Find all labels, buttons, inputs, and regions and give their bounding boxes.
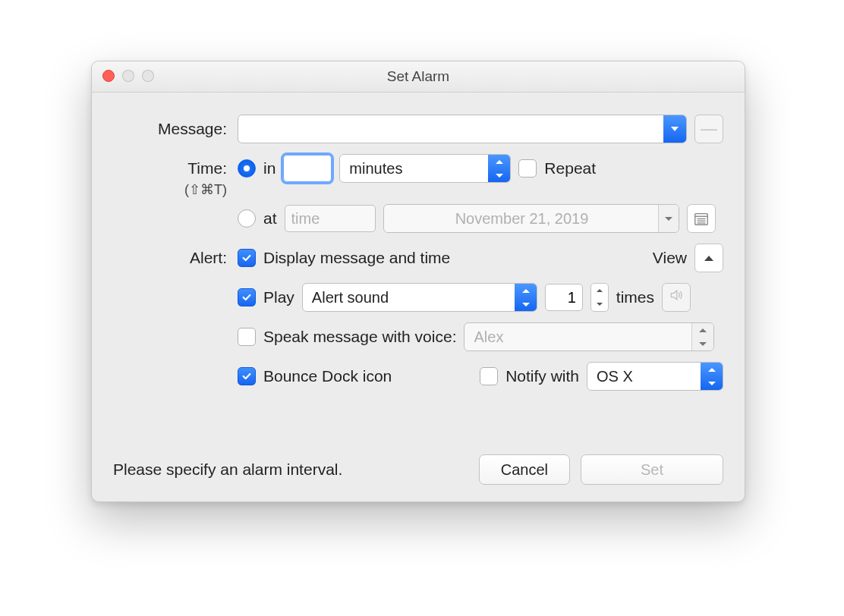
chevron-down-icon	[659, 205, 679, 232]
calendar-button[interactable]	[687, 204, 716, 233]
zoom-window-button[interactable]	[142, 70, 154, 82]
message-label: Message:	[113, 120, 238, 138]
chevron-down-icon	[671, 127, 679, 131]
bounce-dock-label: Bounce Dock icon	[263, 367, 392, 385]
speak-checkbox[interactable]	[238, 328, 256, 346]
bounce-dock-checkbox[interactable]	[238, 367, 256, 385]
interval-unit-popup[interactable]: minutes	[339, 154, 511, 183]
notify-checkbox[interactable]	[480, 367, 498, 385]
at-time-input[interactable]	[285, 205, 376, 232]
interval-unit-value: minutes	[349, 160, 402, 178]
chevron-down-icon	[489, 168, 510, 182]
set-alarm-window: Set Alarm Message: — Time:	[91, 61, 745, 502]
close-window-button[interactable]	[102, 70, 115, 82]
chevron-down-icon	[701, 376, 723, 390]
chevron-up-icon	[489, 155, 510, 168]
display-message-label: Display message and time	[263, 249, 450, 267]
view-toggle-button[interactable]	[694, 244, 723, 272]
chevron-up-icon	[704, 256, 713, 261]
play-count-input[interactable]	[545, 284, 583, 311]
message-combo[interactable]	[238, 115, 687, 143]
cancel-button[interactable]: Cancel	[479, 454, 570, 485]
play-checkbox[interactable]	[238, 288, 256, 306]
chevron-up-icon	[515, 284, 537, 297]
minimize-window-button[interactable]	[122, 70, 134, 82]
message-dropdown-toggle[interactable]	[663, 115, 686, 143]
in-label: in	[263, 159, 276, 178]
time-label: Time:	[113, 159, 238, 178]
time-in-radio[interactable]	[238, 159, 256, 178]
minus-icon: —	[701, 119, 717, 139]
at-date-value: November 21, 2019	[393, 210, 651, 228]
remove-message-button[interactable]: —	[694, 115, 723, 143]
message-input[interactable]	[238, 115, 663, 143]
times-label: times	[616, 288, 654, 306]
stepper-down-icon	[591, 297, 608, 311]
chevron-up-icon	[692, 323, 713, 337]
view-label: View	[653, 249, 687, 267]
window-controls	[102, 70, 154, 82]
chevron-down-icon	[692, 337, 713, 350]
play-label: Play	[263, 288, 294, 306]
status-text: Please specify an alarm interval.	[113, 460, 342, 479]
calendar-icon	[693, 210, 710, 227]
dialog-content: Message: — Time: in	[92, 92, 745, 501]
time-at-radio[interactable]	[238, 209, 256, 228]
window-title: Set Alarm	[387, 68, 449, 84]
at-date-popup[interactable]: November 21, 2019	[383, 204, 679, 233]
repeat-checkbox[interactable]	[518, 159, 537, 178]
repeat-label: Repeat	[544, 159, 596, 178]
play-sound-value: Alert sound	[312, 289, 389, 306]
chevron-down-icon	[515, 297, 537, 311]
time-shortcut: (⇧⌘T)	[113, 181, 238, 198]
interval-unit-stepper[interactable]	[488, 155, 510, 182]
play-sound-stepper[interactable]	[515, 284, 537, 311]
notify-with-label: Notify with	[505, 367, 579, 385]
speaker-icon	[669, 288, 684, 307]
notify-service-stepper[interactable]	[701, 363, 723, 390]
stepper-up-icon	[591, 284, 608, 297]
voice-popup[interactable]: Alex	[464, 322, 714, 351]
speak-label: Speak message with voice:	[263, 328, 456, 346]
alert-label: Alert:	[113, 249, 238, 267]
titlebar: Set Alarm	[92, 61, 745, 93]
interval-number-input[interactable]	[283, 155, 332, 182]
notify-service-popup[interactable]: OS X	[587, 362, 723, 391]
at-label: at	[263, 209, 277, 228]
play-count-stepper[interactable]	[590, 283, 609, 312]
dialog-footer: Please specify an alarm interval. Cancel…	[113, 454, 723, 485]
voice-stepper[interactable]	[691, 323, 713, 350]
preview-sound-button[interactable]	[662, 283, 691, 312]
display-message-checkbox[interactable]	[238, 249, 256, 267]
at-date-arrow[interactable]	[658, 205, 679, 232]
play-sound-popup[interactable]: Alert sound	[302, 283, 537, 312]
notify-service-value: OS X	[597, 368, 633, 385]
chevron-up-icon	[701, 363, 723, 376]
set-button[interactable]: Set	[581, 454, 723, 485]
voice-value: Alex	[474, 328, 503, 346]
